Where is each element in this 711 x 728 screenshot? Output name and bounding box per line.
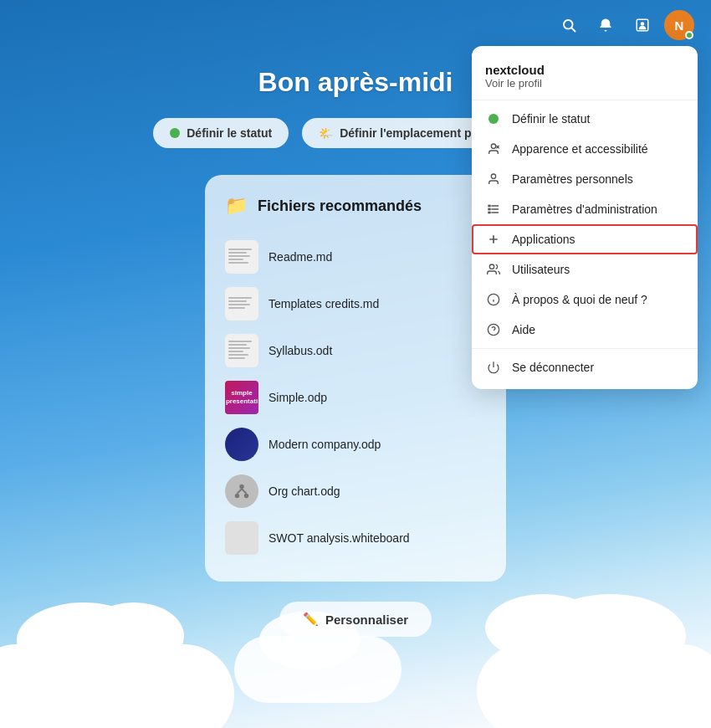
bell-icon[interactable] <box>591 10 621 40</box>
svg-rect-18 <box>488 212 490 213</box>
list-item[interactable]: Readme.md <box>225 233 486 280</box>
file-name: Modern company.odp <box>269 438 381 451</box>
status-label: Définir le statut <box>187 126 272 140</box>
set-status-button[interactable]: Définir le statut <box>153 118 289 148</box>
user-dropdown-menu: nextcloud Voir le profil Définir le stat… <box>472 46 698 389</box>
file-thumbnail <box>225 240 258 274</box>
svg-point-21 <box>489 264 494 269</box>
svg-line-1 <box>571 28 575 31</box>
online-indicator <box>685 31 693 39</box>
list-item[interactable]: SWOT analysis.whiteboard <box>225 515 486 561</box>
dropdown-item-applications[interactable]: Applications <box>472 224 698 254</box>
dropdown-item-label: À propos & quoi de neuf ? <box>512 293 647 306</box>
list-icon <box>485 203 502 216</box>
dropdown-item-label: Se déconnecter <box>512 361 594 374</box>
svg-rect-16 <box>488 205 490 206</box>
contacts-icon[interactable] <box>627 10 657 40</box>
list-item[interactable]: Modern company.odp <box>225 421 486 468</box>
weather-icon: 🌤️ <box>319 126 333 140</box>
dropdown-item-label: Utilisateurs <box>512 263 570 276</box>
personalize-label: Personnaliser <box>325 613 408 627</box>
status-dot-icon <box>170 128 180 138</box>
info-icon <box>485 293 502 306</box>
greeting-text: Bon après-midi <box>258 67 453 98</box>
file-name: SWOT analysis.whiteboard <box>269 531 410 545</box>
plus-icon <box>485 233 502 246</box>
dropdown-item-label: Paramètres personnels <box>512 172 633 186</box>
view-profile-link[interactable]: Voir le profil <box>485 77 684 90</box>
file-thumbnail <box>225 287 258 320</box>
power-icon <box>485 361 502 374</box>
pencil-icon: ✏️ <box>303 612 319 627</box>
users-icon <box>485 263 502 276</box>
files-card: 📁 Fichiers recommandés Readme.md Templat… <box>205 175 506 582</box>
dropdown-item-label: Applications <box>512 233 575 246</box>
svg-line-8 <box>242 489 247 494</box>
file-name: Templates credits.md <box>269 297 379 310</box>
dropdown-item-appearance[interactable]: Apparence et accessibilité <box>472 134 698 164</box>
file-thumbnail <box>225 334 258 367</box>
dropdown-item-about[interactable]: À propos & quoi de neuf ? <box>472 285 698 315</box>
person-icon <box>485 172 502 186</box>
search-icon[interactable] <box>554 10 584 40</box>
file-thumbnail <box>225 521 258 555</box>
topbar: N <box>0 0 711 50</box>
avatar[interactable]: N <box>664 10 694 40</box>
svg-point-3 <box>641 22 645 26</box>
divider <box>472 100 698 100</box>
svg-point-5 <box>235 494 240 499</box>
dropdown-item-label: Aide <box>512 323 535 336</box>
dropdown-item-status[interactable]: Définir le statut <box>472 104 698 134</box>
dropdown-username: nextcloud <box>485 63 684 77</box>
divider <box>472 348 698 349</box>
status-dot-icon <box>485 114 502 124</box>
file-name: Syllabus.odt <box>269 344 332 357</box>
list-item[interactable]: Templates credits.md <box>225 280 486 327</box>
dropdown-item-personal[interactable]: Paramètres personnels <box>472 164 698 194</box>
dropdown-item-logout[interactable]: Se déconnecter <box>472 352 698 382</box>
dropdown-item-label: Apparence et accessibilité <box>512 142 648 156</box>
dropdown-item-label: Définir le statut <box>512 112 590 126</box>
list-item[interactable]: Syllabus.odt <box>225 327 486 374</box>
dropdown-item-label: Paramètres d'administration <box>512 203 657 216</box>
dropdown-header: nextcloud Voir le profil <box>472 53 698 96</box>
file-name: Org chart.odg <box>269 484 340 498</box>
file-name: Simple.odp <box>269 391 327 404</box>
dropdown-item-users[interactable]: Utilisateurs <box>472 254 698 285</box>
avatar-letter: N <box>675 18 684 33</box>
svg-point-9 <box>491 144 495 148</box>
topbar-icons: N <box>554 10 694 40</box>
dropdown-item-help[interactable]: Aide <box>472 315 698 345</box>
files-card-title: Fichiers recommandés <box>258 197 422 215</box>
file-thumbnail <box>225 428 258 461</box>
appearance-icon <box>485 142 502 156</box>
svg-point-4 <box>239 484 244 490</box>
personalize-button[interactable]: ✏️ Personnaliser <box>279 602 432 637</box>
list-item[interactable]: simplepresentati Simple.odp <box>225 374 486 421</box>
folder-icon: 📁 <box>225 195 248 217</box>
file-name: Readme.md <box>269 250 332 264</box>
dropdown-item-admin[interactable]: Paramètres d'administration <box>472 194 698 224</box>
svg-point-6 <box>244 494 249 499</box>
file-thumbnail <box>225 474 258 508</box>
svg-rect-17 <box>488 208 490 209</box>
files-card-header: 📁 Fichiers recommandés <box>225 195 486 217</box>
list-item[interactable]: Org chart.odg <box>225 468 486 515</box>
file-thumbnail: simplepresentati <box>225 381 258 414</box>
question-icon <box>485 323 502 336</box>
svg-point-12 <box>491 174 495 178</box>
svg-line-7 <box>238 489 243 494</box>
